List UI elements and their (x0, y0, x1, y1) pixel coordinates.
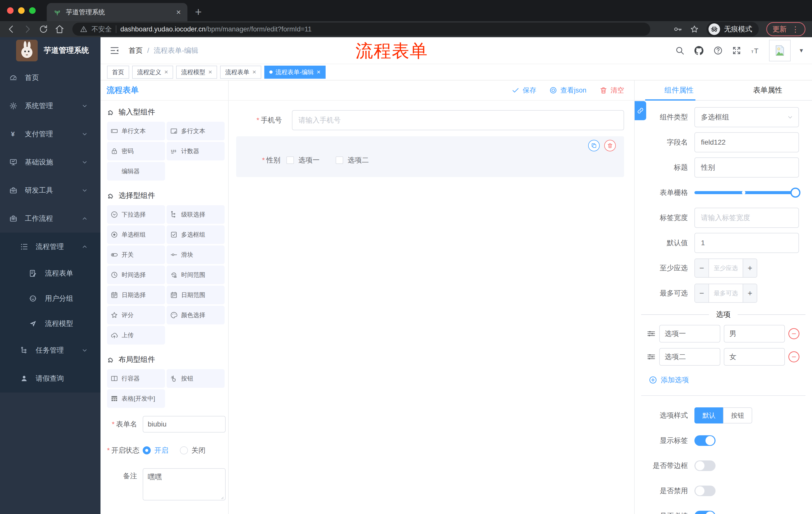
max-select-placeholder[interactable]: 最多可选 (709, 284, 743, 302)
sidebar-item-leave-query[interactable]: 请假查询 (0, 364, 100, 393)
component-item-color[interactable]: 颜色选择 (167, 306, 225, 324)
component-item-button[interactable]: 按钮 (167, 369, 225, 388)
tag-process-definition[interactable]: 流程定义 × (132, 65, 173, 79)
new-tab-button[interactable]: + (195, 5, 202, 19)
key-icon[interactable] (673, 25, 683, 34)
remove-option-button[interactable]: − (788, 351, 800, 362)
field-name-input[interactable] (694, 132, 799, 153)
component-item-date[interactable]: 日期选择 (107, 286, 165, 304)
browser-menu-icon[interactable]: ⋮ (792, 25, 799, 34)
avatar[interactable] (769, 40, 791, 61)
slider-handle[interactable] (790, 188, 801, 198)
disabled-toggle[interactable] (694, 486, 716, 496)
component-item-radio-group[interactable]: 单选框组 (107, 225, 165, 244)
component-item-counter[interactable]: 123计数器 (167, 142, 225, 160)
component-item-table[interactable]: 表格[开发中] (107, 389, 165, 408)
tab-form-props[interactable]: 表单属性 (723, 80, 812, 100)
sidebar-item-system[interactable]: 系统管理 (0, 92, 100, 120)
link-chip[interactable] (635, 101, 646, 120)
minimize-window-button[interactable] (18, 7, 25, 14)
home-icon[interactable] (55, 24, 64, 34)
form-name-input[interactable] (143, 416, 226, 433)
view-json-button[interactable]: 查看json (549, 86, 586, 95)
sliders-icon[interactable] (647, 329, 656, 338)
question-icon[interactable] (713, 46, 723, 55)
component-item-cascader[interactable]: 级联选择 (167, 205, 225, 224)
sidebar-item-user-group[interactable]: 用户分组 (0, 286, 100, 311)
sidebar-item-process-form[interactable]: 流程表单 (0, 261, 100, 286)
close-tab-button[interactable]: × (176, 7, 181, 17)
required-toggle[interactable] (694, 511, 716, 514)
phone-input[interactable] (292, 110, 624, 130)
star-icon[interactable] (690, 25, 699, 34)
sidebar-item-process-model[interactable]: 流程模型 (0, 311, 100, 336)
resize-icon[interactable] (220, 495, 224, 500)
tag-home[interactable]: 首页 (107, 65, 129, 79)
search-icon[interactable] (675, 46, 685, 55)
component-item-editor[interactable]: 编辑器 (107, 162, 165, 181)
close-icon[interactable]: × (317, 68, 321, 76)
fontsize-icon[interactable]: тT (750, 46, 760, 55)
show-label-toggle[interactable] (694, 435, 716, 446)
min-select-placeholder[interactable]: 至少应选 (709, 259, 743, 277)
checkbox-option-2[interactable]: 选项二 (336, 155, 369, 165)
close-icon[interactable]: × (208, 68, 212, 76)
sidebar-item-devtools[interactable]: 研发工具 (0, 176, 100, 205)
component-item-multi-text[interactable]: 多行文本 (167, 122, 225, 140)
component-item-checkbox-group[interactable]: 多选框组 (167, 225, 225, 244)
checkbox-icon[interactable] (286, 156, 294, 164)
default-value-input[interactable] (694, 233, 799, 253)
browser-tab[interactable]: 芋道管理系统 × (47, 3, 187, 21)
component-item-upload[interactable]: 上传 (107, 326, 165, 345)
delete-component-button[interactable] (604, 140, 616, 152)
copy-component-button[interactable] (588, 140, 600, 152)
component-item-single-text[interactable]: 单行文本 (107, 122, 165, 140)
sidebar-item-process-mgmt[interactable]: 流程管理 (0, 233, 100, 261)
component-item-date-range[interactable]: 日期范围 (167, 286, 225, 304)
save-button[interactable]: 保存 (512, 86, 536, 95)
component-item-time[interactable]: 时间选择 (107, 266, 165, 284)
component-item-row[interactable]: 行容器 (107, 369, 165, 388)
checkbox-option-1[interactable]: 选项一 (286, 155, 320, 165)
style-default-button[interactable]: 默认 (694, 407, 723, 424)
zoom-window-button[interactable] (29, 7, 36, 14)
selected-component-gender[interactable]: *性别 选项一 选项二 (236, 136, 624, 177)
breadcrumb-home[interactable]: 首页 (128, 46, 143, 55)
sidebar-item-infra[interactable]: 基础设施 (0, 148, 100, 176)
fullscreen-icon[interactable] (732, 46, 742, 55)
remove-option-button[interactable]: − (788, 328, 800, 339)
clear-button[interactable]: 清空 (600, 86, 624, 95)
close-window-button[interactable] (7, 7, 13, 14)
sidebar-item-payment[interactable]: ¥ 支付管理 (0, 120, 100, 148)
menu-fold-icon[interactable] (110, 46, 120, 56)
tab-component-props[interactable]: 组件属性 (635, 80, 723, 100)
close-icon[interactable]: × (164, 68, 168, 76)
tag-process-model[interactable]: 流程模型 × (176, 65, 217, 79)
form-remark-textarea[interactable]: 嘿嘿 (143, 468, 226, 501)
component-item-password[interactable]: 密码 (107, 142, 165, 160)
radio-closed[interactable]: 关闭 (180, 445, 205, 455)
update-button[interactable]: 更新 ⋮ (766, 22, 806, 36)
increment-button[interactable]: + (743, 259, 757, 277)
title-input[interactable] (694, 157, 799, 178)
add-option-button[interactable]: 添加选项 (635, 371, 812, 389)
component-item-switch[interactable]: 开关 (107, 245, 165, 264)
tag-process-form[interactable]: 流程表单 × (220, 65, 261, 79)
decrement-button[interactable]: − (695, 284, 709, 302)
sidebar-item-task-mgmt[interactable]: 任务管理 (0, 336, 100, 364)
border-toggle[interactable] (694, 460, 716, 471)
component-item-time-range[interactable]: 时间范围 (167, 266, 225, 284)
grid-slider[interactable] (694, 191, 799, 194)
component-item-select[interactable]: 下拉选择 (107, 205, 165, 224)
close-icon[interactable]: × (252, 68, 256, 76)
increment-button[interactable]: + (743, 284, 757, 302)
option-1-name-input[interactable] (659, 325, 720, 343)
radio-open[interactable]: 开启 (143, 445, 168, 455)
sidebar-item-home[interactable]: 首页 (0, 64, 100, 92)
github-icon[interactable] (694, 45, 704, 56)
component-type-select[interactable]: 多选框组 (694, 107, 799, 127)
phone-field-row[interactable]: *手机号 (239, 110, 624, 130)
sidebar-item-workflow[interactable]: 工作流程 (0, 205, 100, 233)
back-icon[interactable] (6, 24, 16, 34)
component-item-slider[interactable]: 滑块 (167, 245, 225, 264)
